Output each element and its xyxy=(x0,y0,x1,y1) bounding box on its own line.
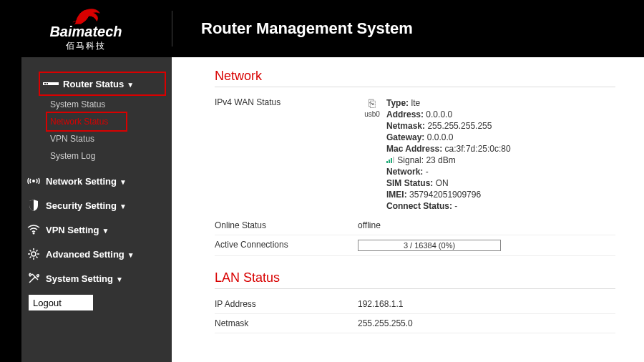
nav-label: Security Setting xyxy=(46,200,117,211)
router-status-subitems: System Status Network Status VPN Status … xyxy=(21,96,172,165)
svg-rect-6 xyxy=(386,161,388,163)
active-connections-label: Active Connections xyxy=(215,240,358,251)
svg-rect-9 xyxy=(393,157,394,163)
imei-label: IMEI: xyxy=(386,190,407,200)
connect-value: - xyxy=(454,201,457,211)
type-value: lte xyxy=(411,98,420,108)
sub-network-status[interactable]: Network Status xyxy=(47,113,126,130)
lan-netmask-label: Netmask xyxy=(215,318,358,328)
sub-system-log[interactable]: System Log xyxy=(50,147,172,165)
chevron-down-icon: ▼ xyxy=(119,178,127,186)
netmask-value: 255.255.255.255 xyxy=(427,121,492,131)
logo-sub-text: 佰马科技 xyxy=(66,40,106,52)
nav-system-setting[interactable]: System Setting ▼ xyxy=(21,266,172,290)
svg-point-3 xyxy=(32,180,35,182)
logo: Baimatech 佰马科技 xyxy=(0,5,172,52)
svg-rect-8 xyxy=(391,158,392,163)
svg-point-5 xyxy=(31,252,36,256)
type-label: Type: xyxy=(386,98,409,108)
imei-value: 357942051909796 xyxy=(409,190,481,200)
mac-label: Mac Address: xyxy=(386,144,442,154)
tools-icon xyxy=(26,273,42,284)
chevron-down-icon: ▼ xyxy=(127,81,134,89)
netmask-label: Netmask: xyxy=(386,121,425,131)
address-label: Address: xyxy=(386,109,424,119)
nav-label: Advanced Setting xyxy=(46,249,125,260)
chevron-down-icon: ▼ xyxy=(127,251,135,259)
lan-ip-value: 192.168.1.1 xyxy=(358,299,615,309)
nav-network-setting[interactable]: Network Setting ▼ xyxy=(21,169,172,193)
network-value: - xyxy=(426,167,429,177)
address-value: 0.0.0.0 xyxy=(426,109,452,119)
wan-status-label: IPv4 WAN Status xyxy=(215,97,358,212)
page-title: Router Management System xyxy=(201,19,413,38)
port-name: usb0 xyxy=(364,110,380,118)
gateway-label: Gateway: xyxy=(386,132,424,142)
lan-ip-label: IP Address xyxy=(215,299,358,309)
network-label: Network: xyxy=(386,167,423,177)
gateway-value: 0.0.0.0 xyxy=(427,132,454,142)
wan-port: ⎘ usb0 xyxy=(358,97,386,212)
header-divider xyxy=(172,11,172,47)
nav-security-setting[interactable]: Security Setting ▼ xyxy=(21,193,172,217)
lan-netmask-value: 255.255.255.0 xyxy=(358,318,615,328)
active-connections-row: Active Connections 3 / 16384 (0%) xyxy=(215,235,615,256)
active-connections-value: 3 / 16384 (0%) xyxy=(358,240,615,251)
antenna-icon xyxy=(26,175,42,187)
header: Baimatech 佰马科技 Router Management System xyxy=(0,0,644,57)
mac-value: ca:3f:7d:25:0c:80 xyxy=(445,144,511,154)
signal-label: Signal: xyxy=(397,155,424,165)
signal-icon xyxy=(386,155,395,162)
signal-value: 23 dBm xyxy=(426,155,455,165)
sim-label: SIM Status: xyxy=(386,178,433,188)
lan-ip-row: IP Address 192.168.1.1 xyxy=(215,295,615,314)
sub-vpn-status[interactable]: VPN Status xyxy=(50,130,172,147)
sim-value: ON xyxy=(436,178,449,188)
router-icon xyxy=(43,81,59,87)
lan-netmask-row: Netmask 255.255.255.0 xyxy=(215,314,615,333)
nav-advanced-setting[interactable]: Advanced Setting ▼ xyxy=(21,242,172,266)
nav-label: System Setting xyxy=(46,273,113,284)
online-status-row: Online Status offline xyxy=(215,216,615,235)
gear-icon xyxy=(26,248,42,260)
online-status-value: offline xyxy=(358,220,615,230)
svg-rect-2 xyxy=(47,83,48,84)
connect-label: Connect Status: xyxy=(386,201,452,211)
main-content: Network IPv4 WAN Status ⎘ usb0 Type: lte… xyxy=(172,57,644,362)
logout-button[interactable]: Logout xyxy=(29,295,93,310)
nav-label: Router Status xyxy=(63,79,124,89)
chevron-down-icon: ▼ xyxy=(119,202,127,210)
svg-rect-1 xyxy=(44,83,46,84)
wifi-icon xyxy=(26,225,42,235)
svg-rect-7 xyxy=(389,160,390,163)
wan-status-row: IPv4 WAN Status ⎘ usb0 Type: lte Address… xyxy=(215,93,615,216)
chevron-down-icon: ▼ xyxy=(116,275,123,283)
online-status-label: Online Status xyxy=(215,220,358,230)
shield-icon xyxy=(26,200,42,211)
nav-router-status[interactable]: Router Status ▼ xyxy=(39,72,166,96)
chevron-down-icon: ▼ xyxy=(102,227,109,235)
section-network-title: Network xyxy=(215,69,615,87)
connections-meter: 3 / 16384 (0%) xyxy=(358,240,501,251)
sub-system-status[interactable]: System Status xyxy=(50,96,172,113)
nav-vpn-setting[interactable]: VPN Setting ▼ xyxy=(21,217,172,242)
wan-details: Type: lte Address: 0.0.0.0 Netmask: 255.… xyxy=(386,97,615,212)
nav-label: VPN Setting xyxy=(46,225,99,235)
nav-label: Network Setting xyxy=(46,176,117,187)
svg-point-4 xyxy=(33,233,35,235)
port-icon: ⎘ xyxy=(369,97,376,109)
section-lan-title: LAN Status xyxy=(215,270,615,289)
logo-brand-text: Baimatech xyxy=(49,24,122,40)
sidebar: Router Status ▼ System Status Network St… xyxy=(0,57,172,362)
